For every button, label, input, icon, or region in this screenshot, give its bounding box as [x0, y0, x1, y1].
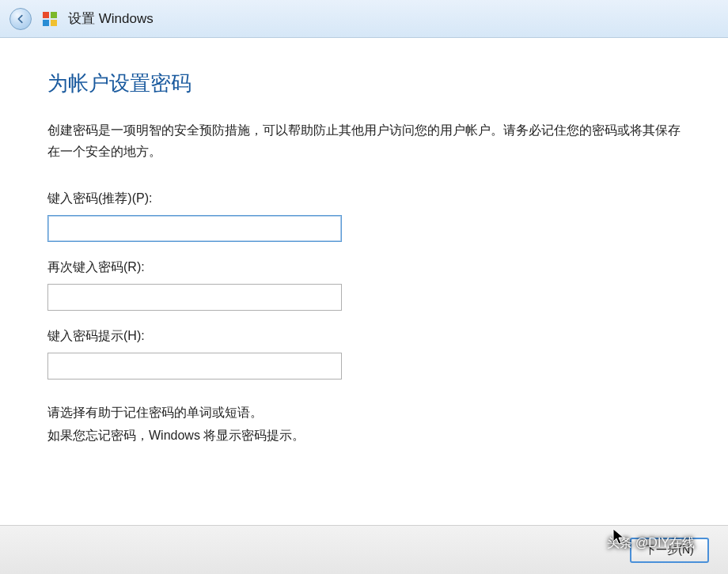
confirm-password-input[interactable]	[47, 284, 342, 311]
next-button[interactable]: 下一步(N)	[630, 538, 709, 563]
svg-rect-3	[51, 20, 57, 26]
hint-line-1: 请选择有助于记住密码的单词或短语。	[47, 402, 681, 425]
password-input[interactable]	[47, 215, 342, 242]
back-button[interactable]	[9, 8, 32, 30]
arrow-left-icon	[15, 13, 26, 25]
windows-setup-icon	[41, 10, 59, 28]
svg-rect-2	[43, 20, 49, 26]
password-hint-input[interactable]	[47, 353, 342, 380]
footer-bar: 下一步(N)	[0, 525, 728, 574]
password-group: 键入密码(推荐)(P):	[47, 191, 681, 242]
page-heading: 为帐户设置密码	[47, 70, 681, 97]
titlebar: 设置 Windows	[0, 0, 728, 38]
password-hint-label: 键入密码提示(H):	[47, 328, 681, 345]
hint-line-2: 如果您忘记密码，Windows 将显示密码提示。	[47, 425, 681, 447]
content-area: 为帐户设置密码 创建密码是一项明智的安全预防措施，可以帮助防止其他用户访问您的用…	[0, 38, 728, 447]
hint-instructions: 请选择有助于记住密码的单词或短语。 如果您忘记密码，Windows 将显示密码提…	[47, 402, 681, 447]
svg-rect-1	[51, 12, 57, 18]
password-hint-group: 键入密码提示(H):	[47, 328, 681, 380]
password-label: 键入密码(推荐)(P):	[47, 191, 681, 207]
confirm-password-group: 再次键入密码(R):	[47, 259, 681, 311]
window-title: 设置 Windows	[68, 9, 154, 28]
svg-rect-0	[43, 12, 49, 18]
page-description: 创建密码是一项明智的安全预防措施，可以帮助防止其他用户访问您的用户帐户。请务必记…	[47, 119, 681, 162]
confirm-password-label: 再次键入密码(R):	[47, 259, 681, 276]
